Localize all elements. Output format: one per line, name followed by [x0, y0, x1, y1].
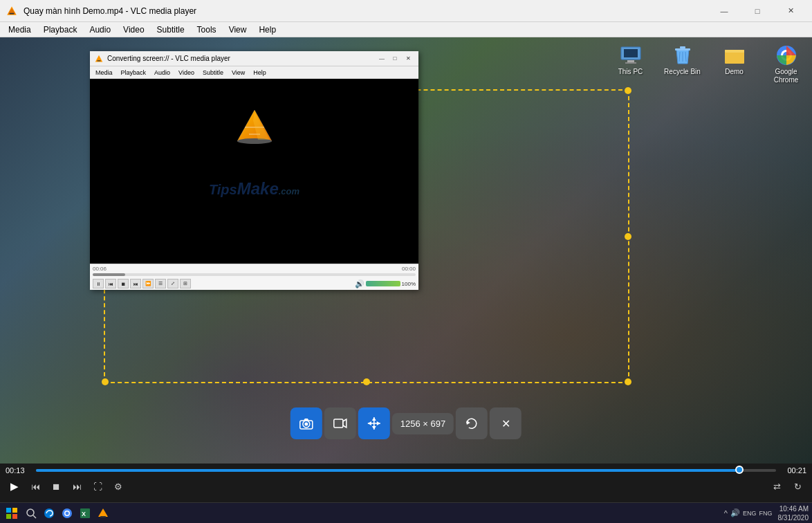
svg-rect-55: [100, 516, 106, 517]
desktop-icon-recycle[interactable]: Recycle Bin: [663, 44, 701, 76]
inner-maximize-btn[interactable]: □: [389, 53, 401, 64]
svg-rect-33: [334, 419, 343, 428]
inner-menu-video[interactable]: Video: [175, 68, 198, 77]
screenshot-tool-btn[interactable]: [290, 407, 322, 439]
svg-marker-38: [372, 426, 376, 430]
demo-label: Demo: [725, 68, 744, 76]
progress-track[interactable]: [36, 469, 776, 472]
svg-rect-8: [680, 46, 685, 48]
taskbar-vlc-icon[interactable]: [95, 506, 111, 521]
inner-stop-btn[interactable]: ⏹: [118, 279, 129, 288]
inner-vol-icon: 🔊: [355, 279, 365, 288]
controls-row: ▶ ⏮ ⏹ ⏭ ⛶ ⚙ ⇄ ↻: [0, 477, 812, 495]
inner-vol-bar[interactable]: [366, 281, 400, 286]
thispc-icon: [620, 44, 642, 66]
menu-view[interactable]: View: [223, 24, 252, 36]
tray-chevron[interactable]: ^: [724, 509, 728, 517]
close-tool-btn[interactable]: ✕: [490, 407, 522, 439]
vlc-taskbar-icon: [97, 507, 109, 520]
inner-menu-media[interactable]: Media: [92, 68, 116, 77]
handle-mr[interactable]: [625, 233, 631, 240]
fullscreen-button[interactable]: ⛶: [89, 479, 107, 494]
svg-marker-40: [377, 421, 380, 425]
svg-rect-43: [12, 508, 17, 513]
taskbar-chrome-icon[interactable]: [59, 506, 75, 521]
settings-button[interactable]: ⚙: [109, 479, 127, 494]
menu-tools[interactable]: Tools: [192, 24, 222, 36]
clock-time: 10:46 AM: [778, 504, 809, 513]
inner-playlist-btn[interactable]: ☰: [155, 279, 166, 288]
prev-button[interactable]: ⏮: [26, 479, 44, 494]
inner-pause-btn[interactable]: ⏸: [93, 279, 104, 288]
progress-row: 00:13 00:21: [0, 464, 812, 477]
menu-media[interactable]: Media: [3, 24, 37, 36]
inner-close-btn[interactable]: ✕: [402, 53, 414, 64]
system-tray: ^ 🔊 ENG FNG: [724, 508, 773, 517]
inner-skip-btn[interactable]: ⏩: [142, 279, 154, 288]
maximize-button[interactable]: □: [741, 0, 773, 22]
inner-titlebar: Converting screen:// - VLC media player …: [90, 51, 418, 66]
progress-fill: [36, 469, 739, 472]
repeat-button[interactable]: ↻: [788, 479, 806, 494]
inner-menu-audio[interactable]: Audio: [151, 68, 174, 77]
handle-bl[interactable]: [102, 378, 109, 385]
taskbar-right: ^ 🔊 ENG FNG 10:46 AM 8/31/2020: [724, 504, 809, 522]
menu-audio[interactable]: Audio: [84, 24, 116, 36]
inner-menu-subtitle[interactable]: Subtitle: [199, 68, 227, 77]
handle-tr[interactable]: [625, 87, 631, 94]
play-button[interactable]: ▶: [6, 479, 24, 494]
inner-menu-view[interactable]: View: [228, 68, 248, 77]
reset-tool-btn[interactable]: [456, 407, 488, 439]
inner-time-end: 00:00: [402, 266, 416, 272]
chrome-label: Google Chrome: [767, 68, 805, 84]
desktop-icon-chrome[interactable]: Google Chrome: [767, 44, 805, 84]
video-tool-btn[interactable]: [324, 407, 356, 439]
taskbar-excel-icon[interactable]: X: [77, 506, 93, 521]
excel-icon: X: [79, 507, 91, 520]
taskbar-search-icon[interactable]: [24, 506, 39, 521]
inner-ext-btn[interactable]: ⤢: [167, 279, 178, 288]
handle-br[interactable]: [625, 378, 631, 385]
close-button[interactable]: ✕: [775, 0, 806, 22]
stop-button[interactable]: ⏹: [47, 479, 65, 494]
desktop-icon-thispc[interactable]: This PC: [611, 44, 649, 76]
svg-marker-54: [98, 508, 108, 517]
desktop-icon-demo[interactable]: Demo: [715, 44, 753, 76]
menu-playback[interactable]: Playback: [38, 24, 83, 36]
svg-rect-45: [12, 514, 17, 519]
inner-minimize-btn[interactable]: —: [376, 53, 388, 64]
next-button[interactable]: ⏭: [68, 479, 86, 494]
tray-volume-icon[interactable]: 🔊: [730, 508, 740, 517]
svg-point-31: [304, 423, 308, 426]
shuffle-button[interactable]: ⇄: [768, 479, 786, 494]
inner-vol-label: 100%: [402, 281, 416, 287]
inner-prev-btn[interactable]: ⏮: [105, 279, 116, 288]
menu-subtitle[interactable]: Subtitle: [151, 24, 190, 36]
svg-line-47: [33, 515, 36, 518]
inner-progress-bar[interactable]: [93, 273, 416, 276]
chrome-icon: [775, 44, 797, 66]
start-button[interactable]: [3, 505, 20, 522]
svg-rect-7: [675, 48, 690, 51]
system-clock[interactable]: 10:46 AM 8/31/2020: [778, 504, 809, 522]
menu-help[interactable]: Help: [253, 24, 282, 36]
inner-menu-help[interactable]: Help: [250, 68, 270, 77]
inner-window-controls: — □ ✕: [376, 53, 414, 64]
taskbar-edge-icon[interactable]: [41, 506, 57, 521]
inner-frame-btn[interactable]: ⊞: [180, 279, 191, 288]
tray-fng[interactable]: FNG: [759, 510, 773, 517]
title-bar: Quay màn hình Demo.mp4 - VLC media playe…: [0, 0, 812, 22]
inner-vlc-icon: [94, 54, 104, 64]
svg-marker-41: [467, 421, 470, 425]
inner-next-btn[interactable]: ⏭: [130, 279, 141, 288]
minimize-button[interactable]: —: [708, 0, 740, 22]
windows-logo-icon: [6, 507, 18, 520]
svg-rect-13: [725, 50, 744, 53]
move-tool-btn[interactable]: [358, 407, 390, 439]
tray-lang[interactable]: ENG: [743, 510, 757, 517]
inner-menu-playback[interactable]: Playback: [118, 68, 150, 77]
chrome-taskbar-icon: [61, 507, 73, 520]
handle-bm[interactable]: [363, 378, 370, 385]
svg-rect-5: [627, 60, 634, 62]
menu-video[interactable]: Video: [118, 24, 149, 36]
